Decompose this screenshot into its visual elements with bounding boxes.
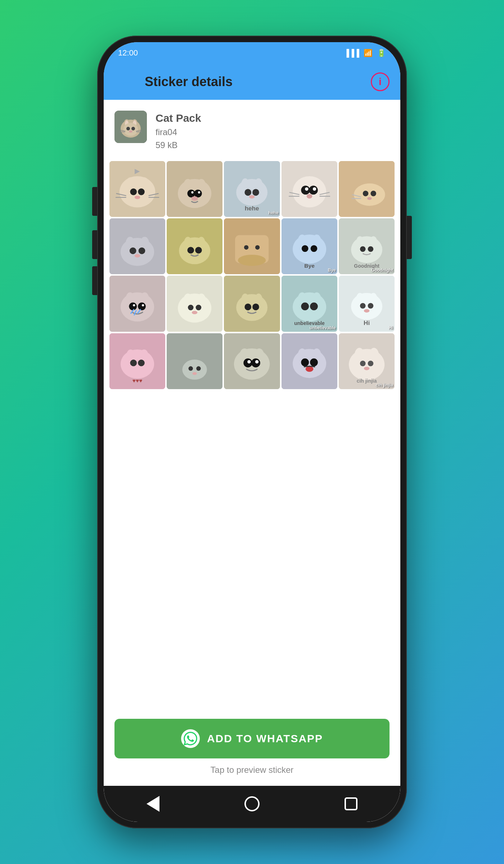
sticker-item[interactable]: ByeBye	[282, 218, 337, 274]
svg-point-133	[121, 349, 154, 379]
sticker-item[interactable]	[282, 161, 337, 217]
svg-point-118	[293, 293, 326, 322]
svg-point-66	[139, 248, 145, 254]
svg-point-153	[293, 349, 326, 378]
sticker-item[interactable]	[282, 333, 337, 389]
app-bar: ← Sticker details i	[104, 64, 400, 100]
svg-point-130	[364, 309, 370, 313]
sticker-item[interactable]	[109, 218, 165, 274]
svg-point-136	[130, 360, 137, 366]
svg-point-156	[301, 358, 309, 366]
svg-point-129	[368, 303, 373, 309]
svg-point-121	[301, 303, 309, 311]
svg-text:hehe: hehe	[245, 205, 259, 212]
preview-hint: Tap to preview sticker	[211, 765, 294, 775]
svg-point-87	[351, 236, 382, 263]
svg-point-137	[138, 360, 145, 366]
svg-point-30	[188, 190, 195, 197]
sticker-label: unbelievable	[310, 325, 336, 330]
add-button-label: ADD TO WHATSAPP	[207, 732, 323, 745]
sticker-item[interactable]: cih jinjiacih jinjia	[339, 333, 395, 389]
status-time: 12:00	[118, 48, 138, 58]
sticker-item[interactable]: ♥♥♥	[109, 333, 165, 389]
svg-point-157	[310, 358, 318, 366]
svg-point-105	[178, 294, 211, 323]
sticker-item[interactable]	[167, 161, 222, 217]
svg-point-58	[367, 197, 372, 200]
svg-point-32	[191, 191, 193, 193]
svg-point-57	[370, 191, 376, 196]
sticker-item[interactable]: ▶	[109, 161, 165, 217]
sticker-label: hehe	[269, 210, 279, 215]
sticker-grid: ▶heheheheByeByeGoodnightGoodnightunbelie…	[104, 157, 400, 393]
pack-thumbnail-img	[114, 111, 147, 143]
svg-point-39	[245, 189, 252, 196]
svg-point-116	[253, 304, 260, 311]
svg-point-72	[188, 247, 194, 254]
svg-point-56	[363, 191, 369, 196]
svg-point-158	[305, 366, 313, 372]
svg-point-41	[249, 195, 255, 199]
svg-point-78	[255, 245, 260, 250]
bottom-nav	[104, 786, 400, 822]
svg-point-69	[179, 237, 210, 264]
nav-recent-button[interactable]	[340, 793, 362, 815]
pack-info: Cat Pack fira04 59 kB	[156, 111, 390, 150]
svg-point-48	[313, 187, 316, 191]
svg-text:Hi: Hi	[364, 320, 370, 326]
nav-back-button[interactable]	[142, 793, 164, 815]
sticker-item[interactable]: unbelievableunbelievable	[282, 276, 337, 331]
add-to-whatsapp-button[interactable]: ADD TO WHATSAPP	[114, 719, 390, 758]
sticker-item[interactable]	[224, 333, 280, 389]
whatsapp-svg	[184, 732, 197, 745]
page-title: Sticker details	[145, 74, 364, 89]
info-button[interactable]: i	[371, 72, 390, 91]
svg-point-8	[131, 127, 135, 130]
svg-point-90	[360, 246, 366, 252]
sticker-item[interactable]	[109, 276, 165, 331]
svg-text:cih jinjia: cih jinjia	[356, 378, 377, 383]
svg-point-163	[360, 361, 366, 366]
svg-point-128	[360, 303, 366, 309]
info-icon: i	[379, 76, 382, 88]
sticker-item[interactable]: HiHi	[339, 276, 395, 331]
phone-frame: 12:00 ▐▐▐ 📶 🔋 ← Sticker details i	[97, 36, 407, 828]
svg-point-94	[121, 293, 154, 322]
pack-thumbnail	[114, 111, 147, 143]
nav-home-icon	[244, 796, 260, 811]
svg-point-62	[121, 238, 154, 266]
svg-point-9	[129, 130, 132, 133]
sticker-item[interactable]	[339, 161, 395, 217]
svg-point-99	[133, 304, 135, 307]
svg-text:♥♥♥: ♥♥♥	[132, 377, 143, 383]
svg-point-37	[242, 178, 249, 191]
wifi-icon: 📶	[364, 49, 373, 57]
sticker-item[interactable]	[167, 333, 222, 389]
phone-screen: 12:00 ▐▐▐ 📶 🔋 ← Sticker details i	[104, 42, 400, 822]
svg-point-98	[138, 303, 146, 311]
svg-point-97	[129, 303, 137, 311]
sticker-item[interactable]	[167, 218, 222, 274]
svg-point-15	[120, 176, 155, 208]
sticker-item[interactable]: GoodnightGoodnight	[339, 218, 395, 274]
signal-icon: ▐▐▐	[344, 49, 359, 57]
svg-point-140	[183, 360, 207, 380]
svg-point-18	[130, 188, 137, 195]
pack-size: 59 kB	[156, 140, 390, 150]
svg-point-49	[306, 194, 312, 199]
nav-recent-icon	[345, 797, 357, 810]
sticker-item[interactable]	[167, 276, 222, 331]
svg-point-122	[310, 303, 318, 311]
svg-point-80	[293, 235, 326, 264]
svg-point-84	[310, 245, 317, 252]
svg-point-110	[192, 311, 198, 314]
nav-home-button[interactable]	[241, 793, 263, 815]
back-button[interactable]: ←	[114, 70, 138, 93]
svg-point-20	[135, 196, 140, 199]
back-icon: ←	[118, 73, 134, 90]
sticker-item[interactable]	[224, 218, 280, 274]
svg-point-38	[255, 178, 263, 191]
sticker-item[interactable]	[224, 276, 280, 331]
sticker-item[interactable]: hehehehe	[224, 161, 280, 217]
svg-point-67	[135, 254, 140, 258]
